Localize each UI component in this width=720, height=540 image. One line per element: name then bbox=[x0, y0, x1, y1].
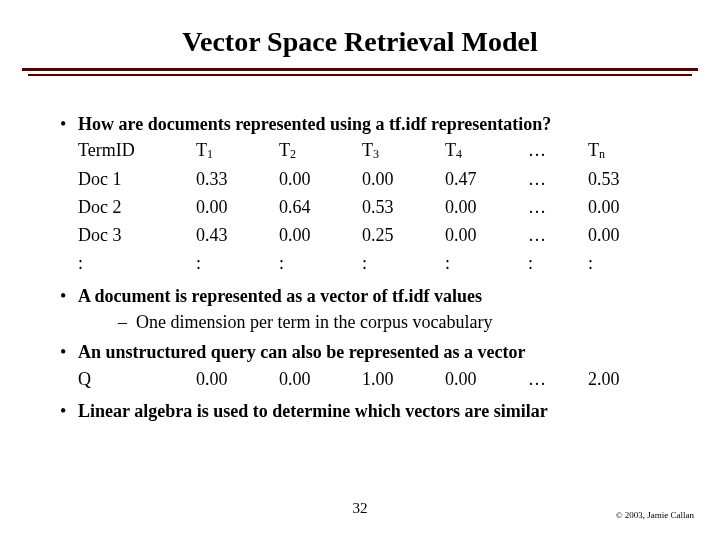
t4-sub: 4 bbox=[456, 147, 462, 161]
cell: 0.00 bbox=[279, 221, 362, 249]
header-t3: T3 bbox=[362, 136, 445, 164]
cell: 0.00 bbox=[588, 193, 648, 221]
slide: Vector Space Retrieval Model • How are d… bbox=[0, 0, 720, 540]
cell: 0.64 bbox=[279, 193, 362, 221]
cell: : bbox=[588, 249, 648, 277]
cell: : bbox=[445, 249, 528, 277]
cell: 0.00 bbox=[279, 165, 362, 193]
bullet-icon: • bbox=[60, 399, 78, 423]
bullet-2-sub: –One dimension per term in the corpus vo… bbox=[60, 310, 680, 334]
bullet-icon: • bbox=[60, 112, 78, 136]
page-number: 32 bbox=[0, 500, 720, 517]
slide-title: Vector Space Retrieval Model bbox=[0, 0, 720, 68]
cell: 0.00 bbox=[445, 193, 528, 221]
rule-thick bbox=[22, 68, 698, 71]
bullet-4: • Linear algebra is used to determine wh… bbox=[60, 399, 680, 423]
cell: 0.00 bbox=[588, 221, 648, 249]
bullet-1-text: How are documents represented using a tf… bbox=[78, 112, 680, 136]
cell: 0.00 bbox=[196, 193, 279, 221]
footer: 32 © 2003, Jamie Callan bbox=[0, 500, 720, 520]
header-t1: T1 bbox=[196, 136, 279, 164]
cell: 0.33 bbox=[196, 165, 279, 193]
cell: 2.00 bbox=[588, 365, 648, 393]
t2-sub: 2 bbox=[290, 147, 296, 161]
cell-dots: … bbox=[528, 365, 588, 393]
query-label: Q bbox=[78, 365, 196, 393]
cell: : bbox=[362, 249, 445, 277]
bullet-1: • How are documents represented using a … bbox=[60, 112, 680, 136]
row-label: Doc 3 bbox=[78, 221, 196, 249]
header-label: TermID bbox=[78, 136, 196, 164]
bullet-3: • An unstructured query can also be repr… bbox=[60, 340, 680, 364]
content-area: • How are documents represented using a … bbox=[0, 76, 720, 423]
cell: 0.00 bbox=[279, 365, 362, 393]
cell: 0.00 bbox=[445, 221, 528, 249]
cell: 0.47 bbox=[445, 165, 528, 193]
header-t4: T4 bbox=[445, 136, 528, 164]
table-row: Doc 2 0.00 0.64 0.53 0.00 … 0.00 bbox=[78, 193, 680, 221]
query-row-wrap: Q 0.00 0.00 1.00 0.00 … 2.00 bbox=[60, 365, 680, 393]
bullet-4-text: Linear algebra is used to determine whic… bbox=[78, 399, 680, 423]
bullet-2-text: A document is represented as a vector of… bbox=[78, 284, 680, 308]
row-label: Doc 2 bbox=[78, 193, 196, 221]
tn-base: T bbox=[588, 140, 599, 160]
cell-dots: … bbox=[528, 221, 588, 249]
t1-base: T bbox=[196, 140, 207, 160]
dash-icon: – bbox=[118, 310, 136, 334]
header-t2: T2 bbox=[279, 136, 362, 164]
tn-sub: n bbox=[599, 147, 605, 161]
bullet-3-text: An unstructured query can also be repres… bbox=[78, 340, 680, 364]
cell: 0.25 bbox=[362, 221, 445, 249]
table-row: Doc 3 0.43 0.00 0.25 0.00 … 0.00 bbox=[78, 221, 680, 249]
t4-base: T bbox=[445, 140, 456, 160]
cell: 0.00 bbox=[445, 365, 528, 393]
cell-dots: … bbox=[528, 193, 588, 221]
cell-dots: : bbox=[528, 249, 588, 277]
t3-base: T bbox=[362, 140, 373, 160]
table-header-row: TermID T1 T2 T3 T4 … Tn bbox=[78, 136, 680, 164]
bullet-icon: • bbox=[60, 340, 78, 364]
header-tn: Tn bbox=[588, 136, 648, 164]
cell-dots: … bbox=[528, 165, 588, 193]
table-row: : : : : : : : bbox=[78, 249, 680, 277]
cell: 1.00 bbox=[362, 365, 445, 393]
query-row: Q 0.00 0.00 1.00 0.00 … 2.00 bbox=[78, 365, 680, 393]
bullet-icon: • bbox=[60, 284, 78, 308]
t3-sub: 3 bbox=[373, 147, 379, 161]
cell: : bbox=[196, 249, 279, 277]
cell: 0.53 bbox=[588, 165, 648, 193]
copyright: © 2003, Jamie Callan bbox=[616, 510, 694, 520]
t1-sub: 1 bbox=[207, 147, 213, 161]
cell: 0.00 bbox=[362, 165, 445, 193]
bullet-2-sub-text: One dimension per term in the corpus voc… bbox=[136, 312, 492, 332]
title-rule bbox=[0, 68, 720, 76]
row-label: : bbox=[78, 249, 196, 277]
cell: 0.53 bbox=[362, 193, 445, 221]
row-label: Doc 1 bbox=[78, 165, 196, 193]
cell: 0.43 bbox=[196, 221, 279, 249]
table-row: Doc 1 0.33 0.00 0.00 0.47 … 0.53 bbox=[78, 165, 680, 193]
tfidf-table: TermID T1 T2 T3 T4 … Tn Doc 1 0.33 0.00 … bbox=[60, 136, 680, 277]
bullet-2: • A document is represented as a vector … bbox=[60, 284, 680, 308]
cell: 0.00 bbox=[196, 365, 279, 393]
t2-base: T bbox=[279, 140, 290, 160]
cell: : bbox=[279, 249, 362, 277]
header-dots: … bbox=[528, 136, 588, 164]
